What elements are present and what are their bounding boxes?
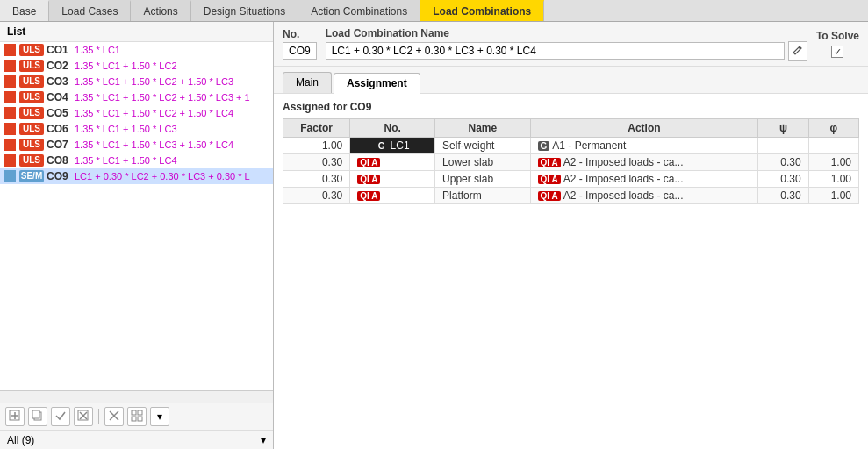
type-badge: ULS (19, 60, 44, 72)
toolbar-separator (98, 409, 99, 424)
type-badge: ULS (19, 44, 44, 56)
lc-qia-badge: QI A (357, 191, 380, 201)
assignment-section: Assigned for CO9 Factor No. Name Action … (274, 94, 868, 449)
action-cell: GA1 - Permanent (530, 138, 758, 154)
list-header: List (0, 22, 273, 42)
color-swatch (4, 91, 16, 103)
left-panel: List ULS CO1 1.35 * LC1 ULS CO2 1.35 * L… (0, 22, 274, 449)
dropdown-arrow-icon: ▾ (261, 434, 266, 446)
col-action: Action (530, 119, 758, 138)
sub-tab-bar: Main Assignment (274, 67, 868, 94)
uncheck-icon (77, 410, 90, 424)
dropdown-button[interactable]: ▾ (150, 407, 169, 426)
type-badge: ULS (19, 123, 44, 135)
item-formula: 1.35 * LC1 + 1.50 * LC4 (75, 155, 177, 166)
type-badge: ULS (19, 139, 44, 151)
table-row: 1.00 GLC1 Self-weight GA1 - Permanent (283, 138, 859, 154)
factor-cell: 1.00 (283, 138, 350, 154)
list-item[interactable]: ULS CO2 1.35 * LC1 + 1.50 * LC2 (0, 58, 273, 74)
name-cell: Upper slab (435, 171, 530, 188)
tab-base[interactable]: Base (0, 0, 49, 21)
col-name: Name (435, 119, 530, 138)
tab-assignment[interactable]: Assignment (334, 73, 420, 94)
table-row: 0.30 QI ALC2 Lower slab QI AA2 - Imposed… (283, 154, 859, 171)
action-cell: QI AA2 - Imposed loads - ca... (530, 154, 758, 171)
dropdown-icon: ▾ (157, 410, 162, 423)
list-item[interactable]: ULS CO6 1.35 * LC1 + 1.50 * LC3 (0, 121, 273, 137)
lc-code: LC4 (383, 189, 402, 202)
formula-field[interactable]: LC1 + 0.30 * LC2 + 0.30 * LC3 + 0.30 * L… (326, 42, 785, 60)
factor-cell: 0.30 (283, 188, 350, 204)
svg-rect-12 (132, 417, 136, 421)
phi-cell: 1.00 (808, 154, 858, 171)
lc-qia-badge: QI A (357, 158, 380, 167)
table-header-row: Factor No. Name Action ψ φ (283, 119, 859, 138)
item-code: CO8 (47, 154, 71, 167)
check-icon (54, 410, 67, 424)
no-value: CO9 (283, 42, 317, 60)
type-badge: SE/M (19, 170, 44, 182)
add-icon (9, 410, 21, 424)
all-label: All (9) (7, 434, 34, 446)
type-badge: ULS (19, 107, 44, 119)
delete-button[interactable] (104, 407, 124, 426)
action-cell: QI AA2 - Imposed loads - ca... (530, 171, 758, 188)
no-label: No. (283, 28, 317, 40)
lc-code: LC2 (383, 156, 402, 168)
psi-cell (758, 138, 808, 154)
right-panel: No. CO9 Load Combination Name LC1 + 0.30… (274, 22, 868, 449)
layout-button[interactable] (127, 407, 147, 426)
color-swatch (4, 139, 16, 151)
to-solve-label: To Solve (816, 30, 859, 42)
tab-main[interactable]: Main (283, 72, 332, 93)
all-dropdown[interactable]: All (9) ▾ (7, 434, 266, 446)
name-label: Load Combination Name (326, 27, 807, 39)
tab-load-combinations[interactable]: Load Combinations (420, 0, 544, 21)
tab-load-cases[interactable]: Load Cases (49, 0, 131, 21)
tab-actions[interactable]: Actions (131, 0, 190, 21)
list-toolbar: ▾ (0, 403, 273, 430)
main-tab-bar: Base Load Cases Actions Design Situation… (0, 0, 868, 22)
list-item[interactable]: ULS CO7 1.35 * LC1 + 1.50 * LC3 + 1.50 *… (0, 137, 273, 153)
action-qia-badge: QI A (538, 191, 561, 201)
list-item[interactable]: ULS CO1 1.35 * LC1 (0, 42, 273, 58)
list-item[interactable]: ULS CO8 1.35 * LC1 + 1.50 * LC4 (0, 153, 273, 168)
phi-cell (808, 138, 858, 154)
item-formula: 1.35 * LC1 (75, 45, 120, 55)
tab-design-situations[interactable]: Design Situations (191, 0, 298, 21)
edit-formula-button[interactable] (788, 41, 807, 61)
list-scrollbar[interactable] (0, 390, 273, 403)
lc-code: LC3 (383, 173, 402, 185)
item-formula: 1.35 * LC1 + 1.50 * LC3 + 1.50 * LC4 (75, 139, 233, 150)
item-formula: 1.35 * LC1 + 1.50 * LC2 + 1.50 * LC3 (75, 76, 233, 87)
type-badge: ULS (19, 75, 44, 88)
lc-g-badge: G (376, 141, 388, 151)
list-item[interactable]: ULS CO3 1.35 * LC1 + 1.50 * LC2 + 1.50 *… (0, 74, 273, 89)
phi-cell: 1.00 (808, 188, 858, 204)
lc-cell: QI ALC4 (350, 188, 435, 204)
psi-cell: 0.30 (758, 188, 808, 204)
uncheck-button[interactable] (74, 407, 93, 426)
item-code: CO5 (47, 107, 71, 119)
svg-rect-4 (32, 410, 39, 418)
factor-cell: 0.30 (283, 171, 350, 188)
check-button[interactable] (51, 407, 70, 426)
item-code: CO6 (47, 123, 71, 135)
list-item[interactable]: ULS CO4 1.35 * LC1 + 1.50 * LC2 + 1.50 *… (0, 89, 273, 105)
color-swatch (4, 75, 16, 88)
color-swatch (4, 154, 16, 167)
copy-button[interactable] (28, 407, 47, 426)
tab-action-combinations[interactable]: Action Combinations (298, 0, 420, 21)
list-content[interactable]: ULS CO1 1.35 * LC1 ULS CO2 1.35 * LC1 + … (0, 42, 273, 390)
color-swatch (4, 44, 16, 56)
action-cell: QI AA2 - Imposed loads - ca... (530, 188, 758, 204)
list-item[interactable]: SE/M CO9 LC1 + 0.30 * LC2 + 0.30 * LC3 +… (0, 168, 273, 184)
combo-header: No. CO9 Load Combination Name LC1 + 0.30… (274, 22, 868, 67)
to-solve-checkbox[interactable] (831, 46, 843, 58)
action-g-badge: G (538, 141, 550, 151)
svg-rect-13 (138, 417, 142, 421)
item-code: CO9 (47, 170, 71, 182)
list-item[interactable]: ULS CO5 1.35 * LC1 + 1.50 * LC2 + 1.50 *… (0, 105, 273, 121)
item-formula: 1.35 * LC1 + 1.50 * LC3 (75, 124, 177, 134)
add-button[interactable] (5, 407, 25, 426)
